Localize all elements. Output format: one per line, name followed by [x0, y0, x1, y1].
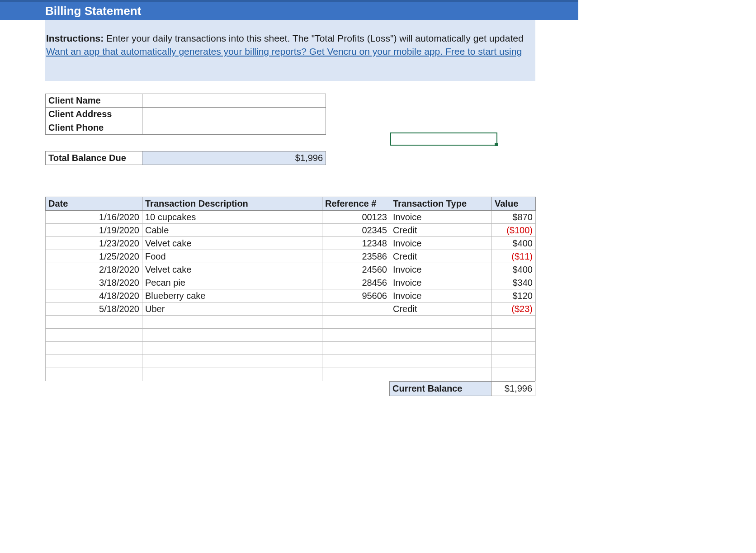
cell-date[interactable]: [46, 368, 142, 381]
page-title: Billing Statement: [45, 4, 141, 18]
cell-desc[interactable]: Blueberry cake: [142, 289, 322, 302]
cell-type[interactable]: Credit: [390, 302, 492, 315]
cell-desc[interactable]: Uber: [142, 302, 322, 315]
cell-desc[interactable]: [142, 328, 322, 341]
client-phone-label: Client Phone: [46, 121, 142, 134]
balance-table: Total Balance Due $1,996: [45, 151, 326, 165]
cell-date[interactable]: [46, 341, 142, 354]
cell-type[interactable]: [390, 368, 492, 381]
cell-type[interactable]: Invoice: [390, 289, 492, 302]
client-phone-cell[interactable]: [142, 121, 326, 134]
cell-ref[interactable]: [322, 328, 390, 341]
client-table: Client Name Client Address Client Phone: [45, 94, 326, 135]
cell-ref[interactable]: 23586: [322, 250, 390, 263]
cell-ref[interactable]: [322, 354, 390, 368]
cell-type[interactable]: Invoice: [390, 210, 492, 223]
cell-date[interactable]: 1/23/2020: [46, 236, 142, 250]
cell-type[interactable]: [390, 341, 492, 354]
current-balance-table: Current Balance $1,996: [389, 381, 535, 396]
cell-desc[interactable]: [142, 341, 322, 354]
cell-ref[interactable]: 12348: [322, 236, 390, 250]
cell-ref[interactable]: [322, 302, 390, 315]
th-date[interactable]: Date: [46, 197, 142, 210]
cell-date[interactable]: 1/16/2020: [46, 210, 142, 223]
cell-ref[interactable]: [322, 315, 390, 328]
cell-desc[interactable]: [142, 368, 322, 381]
cell-type[interactable]: [390, 315, 492, 328]
cell-desc[interactable]: [142, 315, 322, 328]
cell-date[interactable]: 2/18/2020: [46, 263, 142, 276]
transactions-table: Date Transaction Description Reference #…: [45, 197, 536, 381]
instructions-link[interactable]: Want an app that automatically generates…: [46, 46, 522, 57]
cell-desc[interactable]: [142, 354, 322, 368]
instructions-panel: Instructions: Enter your daily transacti…: [45, 20, 535, 81]
cell-ref[interactable]: 00123: [322, 210, 390, 223]
cell-type[interactable]: Credit: [390, 250, 492, 263]
th-ref[interactable]: Reference #: [322, 197, 390, 210]
cell-value[interactable]: ($11): [492, 250, 536, 263]
table-row: 2/18/2020Velvet cake24560Invoice$400: [46, 263, 536, 276]
table-row: 1/16/202010 cupcakes00123Invoice$870: [46, 210, 536, 223]
cell-value[interactable]: ($100): [492, 223, 536, 236]
table-row: [46, 341, 536, 354]
cell-date[interactable]: 5/18/2020: [46, 302, 142, 315]
cell-type[interactable]: Invoice: [390, 276, 492, 289]
cell-date[interactable]: [46, 328, 142, 341]
table-row: [46, 315, 536, 328]
table-row: 1/23/2020Velvet cake12348Invoice$400: [46, 236, 536, 250]
table-row: 1/19/2020Cable02345Credit($100): [46, 223, 536, 236]
cell-value[interactable]: [492, 328, 536, 341]
cell-date[interactable]: [46, 354, 142, 368]
cell-ref[interactable]: 95606: [322, 289, 390, 302]
client-name-row: Client Name: [46, 94, 326, 107]
instructions-body: Enter your daily transactions into this …: [104, 33, 523, 43]
th-type[interactable]: Transaction Type: [390, 197, 492, 210]
cell-value[interactable]: ($23): [492, 302, 536, 315]
cell-ref[interactable]: 24560: [322, 263, 390, 276]
cell-desc[interactable]: Pecan pie: [142, 276, 322, 289]
client-address-cell[interactable]: [142, 107, 326, 121]
cell-desc[interactable]: Velvet cake: [142, 236, 322, 250]
current-balance-value: $1,996: [491, 381, 535, 396]
cell-ref[interactable]: 28456: [322, 276, 390, 289]
table-row: [46, 328, 536, 341]
cell-value[interactable]: $340: [492, 276, 536, 289]
cell-value[interactable]: $870: [492, 210, 536, 223]
cell-value[interactable]: [492, 354, 536, 368]
th-value[interactable]: Value: [492, 197, 536, 210]
total-balance-value[interactable]: $1,996: [142, 151, 326, 165]
cell-value[interactable]: [492, 368, 536, 381]
client-name-cell[interactable]: [142, 94, 326, 107]
cell-ref[interactable]: [322, 341, 390, 354]
cell-type[interactable]: [390, 354, 492, 368]
table-row: [46, 368, 536, 381]
cell-desc[interactable]: Cable: [142, 223, 322, 236]
cell-value[interactable]: $120: [492, 289, 536, 302]
total-balance-label: Total Balance Due: [46, 151, 142, 165]
selected-cell-outline[interactable]: [390, 132, 497, 146]
cell-value[interactable]: [492, 341, 536, 354]
cell-date[interactable]: 3/18/2020: [46, 276, 142, 289]
cell-ref[interactable]: [322, 368, 390, 381]
cell-desc[interactable]: Velvet cake: [142, 263, 322, 276]
th-desc[interactable]: Transaction Description: [142, 197, 322, 210]
cell-value[interactable]: $400: [492, 236, 536, 250]
cell-date[interactable]: 4/18/2020: [46, 289, 142, 302]
cell-value[interactable]: [492, 315, 536, 328]
cell-type[interactable]: Credit: [390, 223, 492, 236]
cell-value[interactable]: $400: [492, 263, 536, 276]
cell-desc[interactable]: 10 cupcakes: [142, 210, 322, 223]
cell-type[interactable]: Invoice: [390, 263, 492, 276]
client-address-label: Client Address: [46, 107, 142, 121]
cell-date[interactable]: 1/25/2020: [46, 250, 142, 263]
cell-date[interactable]: 1/19/2020: [46, 223, 142, 236]
tx-header-row: Date Transaction Description Reference #…: [46, 197, 536, 210]
instructions-lead: Instructions:: [46, 33, 104, 43]
cell-date[interactable]: [46, 315, 142, 328]
cell-desc[interactable]: Food: [142, 250, 322, 263]
cell-type[interactable]: [390, 328, 492, 341]
cell-ref[interactable]: 02345: [322, 223, 390, 236]
cell-type[interactable]: Invoice: [390, 236, 492, 250]
table-row: 4/18/2020Blueberry cake95606Invoice$120: [46, 289, 536, 302]
client-address-row: Client Address: [46, 107, 326, 121]
